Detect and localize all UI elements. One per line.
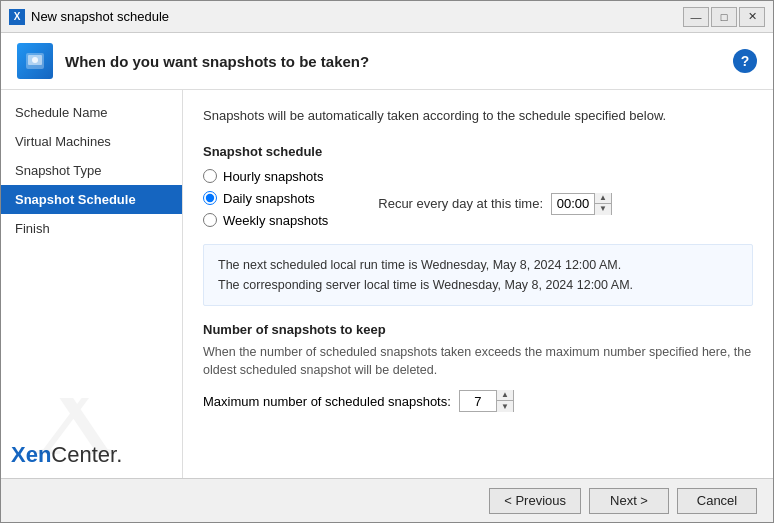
sidebar-item-finish[interactable]: Finish [1, 214, 182, 243]
maximize-button[interactable]: □ [711, 7, 737, 27]
info-box: The next scheduled local run time is Wed… [203, 244, 753, 306]
max-up-button[interactable]: ▲ [497, 390, 513, 401]
content-area: Schedule Name Virtual Machines Snapshot … [1, 90, 773, 478]
header-title: When do you want snapshots to be taken? [65, 53, 369, 70]
radio-daily[interactable]: Daily snapshots [203, 191, 328, 206]
radio-weekly-input[interactable] [203, 213, 217, 227]
window-title: New snapshot schedule [31, 9, 169, 24]
intro-text: Snapshots will be automatically taken ac… [203, 106, 753, 126]
next-button[interactable]: Next > [589, 488, 669, 514]
keep-title: Number of snapshots to keep [203, 322, 753, 337]
max-spinner-buttons: ▲ ▼ [496, 390, 513, 412]
main-content: Snapshots will be automatically taken ac… [183, 90, 773, 478]
svg-point-2 [32, 57, 38, 63]
footer: < Previous Next > Cancel [1, 478, 773, 522]
radio-hourly-input[interactable] [203, 169, 217, 183]
radio-hourly[interactable]: Hourly snapshots [203, 169, 328, 184]
keep-section: Number of snapshots to keep When the num… [203, 322, 753, 413]
max-label: Maximum number of scheduled snapshots: [203, 394, 451, 409]
max-row: Maximum number of scheduled snapshots: ▲… [203, 390, 753, 412]
previous-button[interactable]: < Previous [489, 488, 581, 514]
max-down-button[interactable]: ▼ [497, 401, 513, 412]
header-left: When do you want snapshots to be taken? [17, 43, 369, 79]
xen-logo-center: Center. [51, 442, 122, 468]
info-line1: The next scheduled local run time is Wed… [218, 255, 738, 275]
time-up-button[interactable]: ▲ [595, 193, 611, 204]
radio-daily-input[interactable] [203, 191, 217, 205]
title-bar: X New snapshot schedule — □ ✕ [1, 1, 773, 33]
max-spinner: ▲ ▼ [459, 390, 514, 412]
cancel-button[interactable]: Cancel [677, 488, 757, 514]
time-spinner: ▲ ▼ [551, 193, 612, 215]
time-down-button[interactable]: ▼ [595, 204, 611, 215]
close-button[interactable]: ✕ [739, 7, 765, 27]
max-snapshots-input[interactable] [460, 392, 496, 411]
radio-weekly[interactable]: Weekly snapshots [203, 213, 328, 228]
minimize-button[interactable]: — [683, 7, 709, 27]
sidebar-item-snapshot-schedule[interactable]: Snapshot Schedule [1, 185, 182, 214]
recur-row: Recur every day at this time: ▲ ▼ [378, 193, 612, 215]
help-button[interactable]: ? [733, 49, 757, 73]
schedule-section-title: Snapshot schedule [203, 144, 753, 159]
keep-desc: When the number of scheduled snapshots t… [203, 343, 753, 381]
window-controls: — □ ✕ [683, 7, 765, 27]
xen-logo: Xen Center. [11, 442, 122, 468]
info-line2: The corresponding server local time is W… [218, 275, 738, 295]
sidebar-item-virtual-machines[interactable]: Virtual Machines [1, 127, 182, 156]
snapshot-type-radio-group: Hourly snapshots Daily snapshots Weekly … [203, 169, 328, 228]
sidebar-item-snapshot-type[interactable]: Snapshot Type [1, 156, 182, 185]
sidebar: Schedule Name Virtual Machines Snapshot … [1, 90, 183, 478]
header-icon [17, 43, 53, 79]
header-bar: When do you want snapshots to be taken? … [1, 33, 773, 90]
xen-logo-xen: Xen [11, 442, 51, 468]
time-spinner-buttons: ▲ ▼ [594, 193, 611, 215]
sidebar-item-schedule-name[interactable]: Schedule Name [1, 98, 182, 127]
recur-label: Recur every day at this time: [378, 196, 543, 211]
app-window: X New snapshot schedule — □ ✕ When do yo… [0, 0, 774, 523]
time-input[interactable] [552, 194, 594, 213]
title-bar-left: X New snapshot schedule [9, 9, 169, 25]
app-icon: X [9, 9, 25, 25]
